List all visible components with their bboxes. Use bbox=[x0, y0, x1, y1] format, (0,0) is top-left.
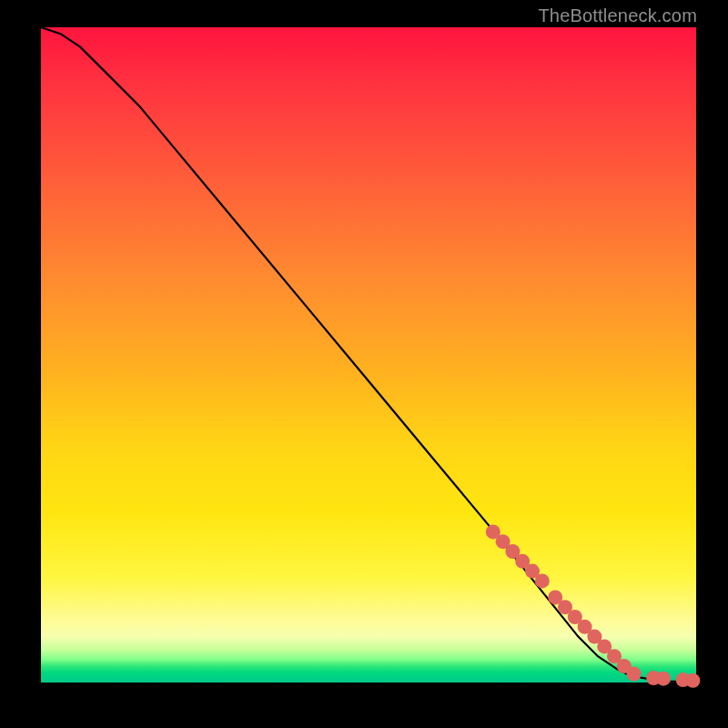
bottleneck-curve bbox=[41, 27, 696, 682]
dot bbox=[535, 573, 550, 588]
dot bbox=[627, 667, 642, 682]
chart-frame: TheBottleneck.com bbox=[0, 0, 728, 728]
plot-area bbox=[41, 27, 696, 682]
watermark-text: TheBottleneck.com bbox=[538, 5, 697, 26]
dot-series bbox=[486, 524, 701, 687]
dot bbox=[685, 673, 700, 688]
dot bbox=[656, 672, 671, 686]
chart-svg bbox=[41, 27, 696, 682]
